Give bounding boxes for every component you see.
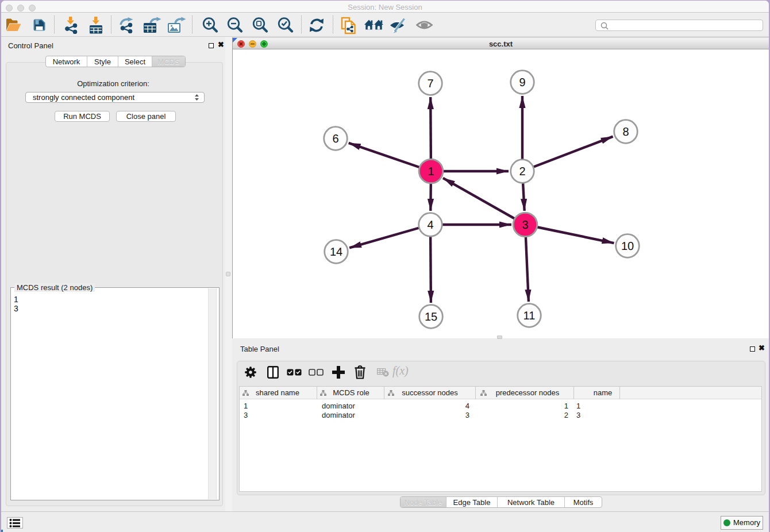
svg-text:7: 7 <box>427 78 433 90</box>
svg-text:9: 9 <box>519 76 525 89</box>
svg-text:6: 6 <box>332 133 338 145</box>
svg-text:14: 14 <box>330 246 342 259</box>
svg-text:2: 2 <box>519 165 525 178</box>
svg-text:3: 3 <box>522 219 528 232</box>
svg-text:11: 11 <box>523 310 536 322</box>
svg-text:4: 4 <box>427 219 433 232</box>
svg-text:15: 15 <box>425 311 437 323</box>
svg-text:1: 1 <box>428 165 434 178</box>
svg-text:8: 8 <box>622 126 629 138</box>
svg-text:10: 10 <box>621 240 634 253</box>
